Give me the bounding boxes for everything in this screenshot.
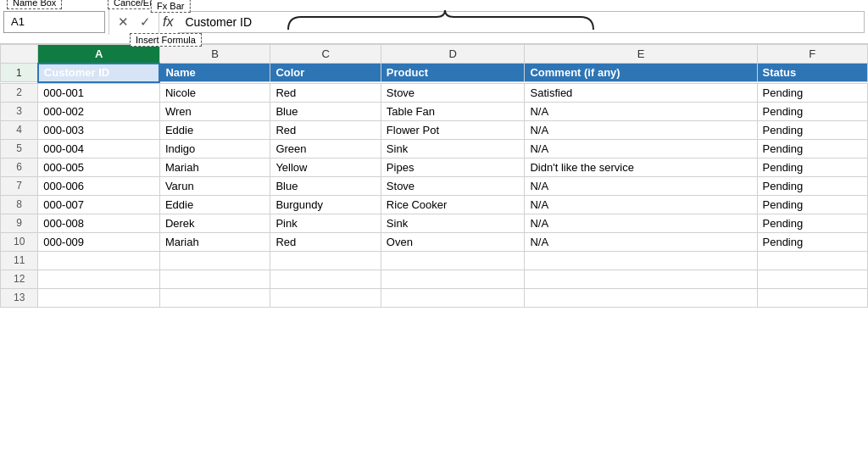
cell-product[interactable]: Rice Cooker [381, 195, 525, 214]
row-num: 5 [1, 139, 38, 158]
cell-color[interactable]: Burgundy [270, 195, 381, 214]
cell-comment[interactable]: N/A [525, 176, 757, 195]
cell-id[interactable]: 000-004 [38, 139, 160, 158]
header-comment[interactable]: Comment (if any) [525, 64, 757, 82]
cell-id[interactable]: 000-009 [38, 232, 160, 251]
cell-name[interactable]: Derek [159, 214, 270, 232]
cell-product[interactable]: Sink [381, 214, 525, 232]
formula-icons: Cance/Enter ✕ ✓ Insert Formula [113, 11, 155, 33]
header-customer-id[interactable]: Customer ID [38, 64, 160, 82]
fx-symbol: fx [163, 14, 173, 30]
col-header-f[interactable]: F [757, 45, 868, 64]
row-num: 12 [1, 270, 38, 288]
cell-id[interactable]: 000-001 [38, 83, 160, 102]
cell-product[interactable]: Stove [381, 176, 525, 195]
cancel-button[interactable]: ✕ [113, 11, 133, 33]
cell-product[interactable]: Pipes [381, 158, 525, 176]
cell-status[interactable]: Pending [757, 214, 868, 232]
col-header-a[interactable]: A [38, 45, 160, 64]
row-num: 3 [1, 102, 38, 120]
cell-product[interactable]: Flower Pot [381, 120, 525, 139]
enter-button[interactable]: ✓ [135, 11, 155, 33]
cell-color[interactable]: Green [270, 139, 381, 158]
cell-id[interactable]: 000-007 [38, 195, 160, 214]
cell-name[interactable]: Varun [159, 176, 270, 195]
column-header-row: A B C D E F [1, 45, 868, 64]
cell-color[interactable]: Pink [270, 214, 381, 232]
cell-status[interactable]: Pending [757, 139, 868, 158]
cell-status[interactable]: Pending [757, 120, 868, 139]
cell-id[interactable]: 000-003 [38, 120, 160, 139]
cell-color[interactable]: Red [270, 120, 381, 139]
empty-row: 12 [1, 270, 868, 288]
cell-name[interactable]: Eddie [159, 120, 270, 139]
header-name[interactable]: Name [159, 64, 270, 82]
name-box-container: Name Box A1 [3, 11, 105, 33]
table-row: 4 000-003 Eddie Red Flower Pot N/A Pendi… [1, 120, 868, 139]
cell-status[interactable]: Pending [757, 176, 868, 195]
cell-name[interactable]: Wren [159, 102, 270, 120]
cell-color[interactable]: Red [270, 232, 381, 251]
empty-row: 11 [1, 251, 868, 270]
row-num: 10 [1, 232, 38, 251]
header-product[interactable]: Product [381, 64, 525, 82]
cell-id[interactable]: 000-008 [38, 214, 160, 232]
cell-color[interactable]: Blue [270, 102, 381, 120]
cell-comment[interactable]: N/A [525, 139, 757, 158]
formula-bar: Name Box A1 Cance/Enter ✕ ✓ Insert Formu… [0, 0, 868, 44]
name-box[interactable]: A1 [3, 11, 105, 33]
cell-name[interactable]: Nicole [159, 83, 270, 102]
table-row: 2 000-001 Nicole Red Stove Satisfied Pen… [1, 83, 868, 102]
cell-id[interactable]: 000-002 [38, 102, 160, 120]
cell-comment[interactable]: N/A [525, 195, 757, 214]
cell-product[interactable]: Table Fan [381, 102, 525, 120]
cell-status[interactable]: Pending [757, 83, 868, 102]
cell-name[interactable]: Mariah [159, 158, 270, 176]
cell-product[interactable]: Stove [381, 83, 525, 102]
col-header-b[interactable]: B [159, 45, 270, 64]
cell-id[interactable]: 000-006 [38, 176, 160, 195]
row-num: 9 [1, 214, 38, 232]
header-color[interactable]: Color [270, 64, 381, 82]
cell-status[interactable]: Pending [757, 158, 868, 176]
cell-comment[interactable]: N/A [525, 120, 757, 139]
col-header-e[interactable]: E [525, 45, 757, 64]
table-row: 3 000-002 Wren Blue Table Fan N/A Pendin… [1, 102, 868, 120]
cell-id[interactable]: 000-005 [38, 158, 160, 176]
table-row: 9 000-008 Derek Pink Sink N/A Pending [1, 214, 868, 232]
cell-comment[interactable]: N/A [525, 102, 757, 120]
row-num: 8 [1, 195, 38, 214]
cell-name[interactable]: Mariah [159, 232, 270, 251]
row-num: 7 [1, 176, 38, 195]
table-row: 6 000-005 Mariah Yellow Pipes Didn't lik… [1, 158, 868, 176]
table-row: 8 000-007 Eddie Burgundy Rice Cooker N/A… [1, 195, 868, 214]
row-num: 13 [1, 288, 38, 307]
col-header-d[interactable]: D [381, 45, 525, 64]
row-num: 4 [1, 120, 38, 139]
row-num: 11 [1, 251, 38, 270]
table-row: 5 000-004 Indigo Green Sink N/A Pending [1, 139, 868, 158]
cell-status[interactable]: Pending [757, 195, 868, 214]
cell-comment[interactable]: N/A [525, 214, 757, 232]
formula-input[interactable] [178, 11, 865, 33]
cell-status[interactable]: Pending [757, 102, 868, 120]
cell-status[interactable]: Pending [757, 232, 868, 251]
cell-product[interactable]: Oven [381, 232, 525, 251]
cell-comment[interactable]: Didn't like the service [525, 158, 757, 176]
cell-name[interactable]: Indigo [159, 139, 270, 158]
row-num: 6 [1, 158, 38, 176]
table-header-row: 1 Customer ID Name Color Product Comment… [1, 64, 868, 82]
name-box-label: Name Box [7, 0, 62, 9]
cell-color[interactable]: Red [270, 83, 381, 102]
cell-comment[interactable]: Satisfied [525, 83, 757, 102]
col-header-c[interactable]: C [270, 45, 381, 64]
row-num: 2 [1, 83, 38, 102]
row-num-1: 1 [1, 64, 38, 82]
cell-color[interactable]: Yellow [270, 158, 381, 176]
table-row: 7 000-006 Varun Blue Stove N/A Pending [1, 176, 868, 195]
cell-name[interactable]: Eddie [159, 195, 270, 214]
header-status[interactable]: Status [757, 64, 868, 82]
cell-comment[interactable]: N/A [525, 232, 757, 251]
cell-product[interactable]: Sink [381, 139, 525, 158]
cell-color[interactable]: Blue [270, 176, 381, 195]
